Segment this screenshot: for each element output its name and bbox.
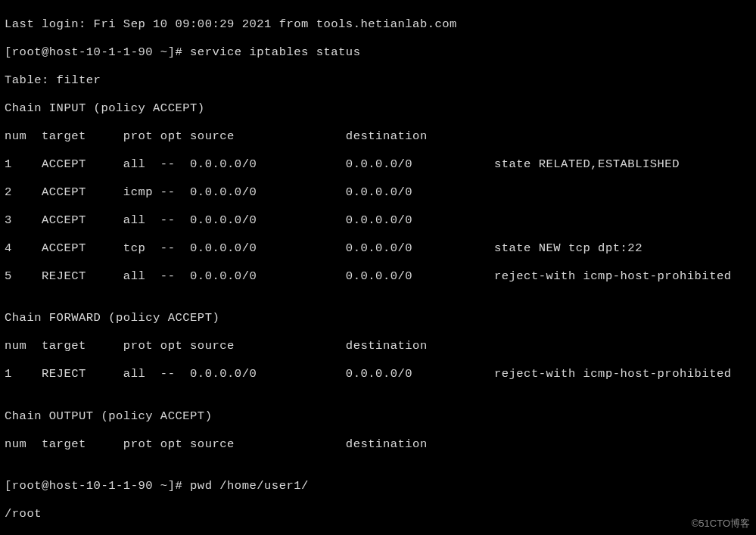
columns-header: num target prot opt source destination (5, 129, 751, 144)
columns-header: num target prot opt source destination (5, 437, 751, 452)
prompt-line: [root@host-10-1-1-90 ~]# pwd /home/user1… (5, 479, 751, 493)
iptables-rule: 5 REJECT all -- 0.0.0.0/0 0.0.0.0/0 reje… (5, 269, 751, 284)
iptables-rule: 1 REJECT all -- 0.0.0.0/0 0.0.0.0/0 reje… (5, 367, 751, 381)
iptables-rule: 4 ACCEPT tcp -- 0.0.0.0/0 0.0.0.0/0 stat… (5, 241, 751, 256)
chain-output-header: Chain OUTPUT (policy ACCEPT) (5, 409, 751, 424)
table-header: Table: filter (5, 73, 751, 88)
chain-forward-header: Chain FORWARD (policy ACCEPT) (5, 311, 751, 325)
terminal-output[interactable]: Last login: Fri Sep 10 09:00:29 2021 fro… (0, 0, 756, 535)
prompt-line: [root@host-10-1-1-90 ~]# service iptable… (5, 45, 751, 60)
iptables-rule: 1 ACCEPT all -- 0.0.0.0/0 0.0.0.0/0 stat… (5, 157, 751, 172)
pwd-output: /root (5, 507, 751, 521)
columns-header: num target prot opt source destination (5, 339, 751, 353)
iptables-rule: 3 ACCEPT all -- 0.0.0.0/0 0.0.0.0/0 (5, 213, 751, 228)
last-login: Last login: Fri Sep 10 09:00:29 2021 fro… (5, 17, 751, 32)
chain-input-header: Chain INPUT (policy ACCEPT) (5, 101, 751, 116)
iptables-rule: 2 ACCEPT icmp -- 0.0.0.0/0 0.0.0.0/0 (5, 185, 751, 200)
watermark: ©51CTO博客 (692, 517, 750, 531)
